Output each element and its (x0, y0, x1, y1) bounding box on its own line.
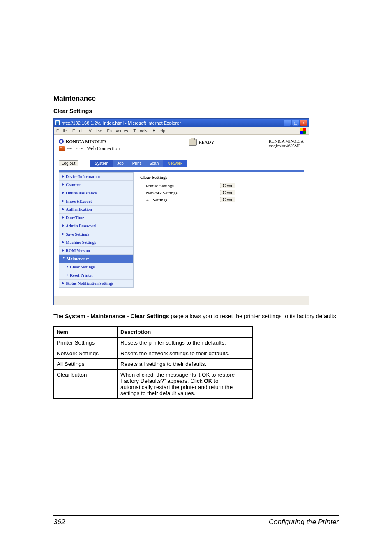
status-text: READY (199, 140, 214, 145)
description-paragraph: The System - Maintenance - Clear Setting… (53, 312, 339, 321)
sidebar-item-rom-version[interactable]: ROM Version (59, 246, 133, 254)
sidebar-item-online-assistance[interactable]: Online Assistance (59, 189, 133, 197)
table-cell-desc: Resets the network settings to their def… (118, 348, 253, 358)
sidebar-item-label: Machine Settings (66, 240, 96, 245)
menu-file[interactable]: File (56, 129, 67, 133)
sidebar-item-admin-password[interactable]: Admin Password (59, 222, 133, 230)
chevron-right-icon (67, 266, 68, 268)
chevron-right-icon (62, 249, 64, 252)
nav-tabs: System Job Print Scan Network (90, 160, 187, 167)
clear-button-printer[interactable]: Clear (220, 183, 235, 188)
brand-name: KONICA MINOLTA (66, 139, 106, 144)
tab-system[interactable]: System (90, 160, 113, 167)
sidebar-item-label: Date/Time (66, 215, 84, 220)
window-maximize-button[interactable]: ▢ (292, 120, 299, 126)
chevron-right-icon (62, 200, 64, 202)
chevron-right-icon (62, 241, 64, 243)
window-close-button[interactable]: X (300, 120, 307, 126)
chevron-right-icon (62, 183, 64, 186)
sidebar-item-counter[interactable]: Counter (59, 180, 133, 189)
sidebar-item-reset-printer[interactable]: Reset Printer (59, 271, 133, 279)
printer-status: READY (189, 139, 214, 146)
chevron-right-icon (62, 224, 64, 227)
table-row: All Settings Resets all settings to thei… (54, 358, 253, 369)
sidebar-item-authentication[interactable]: Authentication (59, 205, 133, 213)
table-cell-item: Network Settings (54, 348, 118, 358)
device-model: magicolor 4695MF (269, 143, 304, 148)
table-cell-desc: Resets all settings to their defaults. (118, 358, 253, 369)
chevron-right-icon (62, 282, 64, 284)
page-number: 362 (53, 518, 65, 526)
tab-scan[interactable]: Scan (145, 160, 163, 167)
menu-tools[interactable]: Tools (133, 129, 147, 133)
table-header-description: Description (118, 326, 253, 337)
clear-button-network[interactable]: Clear (220, 190, 235, 195)
sidebar-item-label: Device Information (66, 174, 100, 179)
clear-button-all[interactable]: Clear (220, 197, 235, 202)
sidebar-item-label: Maintenance (67, 257, 90, 261)
sidebar-item-label: Import/Export (66, 199, 92, 204)
menu-edit[interactable]: Edit (72, 129, 83, 133)
sidebar-item-maintenance[interactable]: Maintenance (59, 254, 133, 263)
content-row-all: All Settings Clear (146, 197, 300, 202)
sidebar-item-save-settings[interactable]: Save Settings (59, 230, 133, 238)
tab-network[interactable]: Network (163, 160, 187, 167)
brand-logo-icon (59, 139, 64, 144)
content-row-network: Network Settings Clear (146, 190, 300, 195)
table-cell-item: Printer Settings (54, 337, 118, 348)
table-cell-desc: Resets the printer settings to their def… (118, 337, 253, 348)
window-minimize-button[interactable]: _ (284, 120, 291, 126)
window-title: http://192.168.1.2/a_index.html - Micros… (62, 120, 181, 125)
heading-clear-settings: Clear Settings (53, 108, 339, 114)
app-line: PAGE SCOPE Web Connection (59, 146, 120, 152)
content-row-label: Network Settings (146, 190, 220, 195)
menu-favorites[interactable]: Favorites (107, 129, 128, 133)
window-titlebar: http://192.168.1.2/a_index.html - Micros… (54, 119, 309, 127)
screenshot-window: http://192.168.1.2/a_index.html - Micros… (53, 118, 309, 305)
pagescope-icon (59, 146, 65, 151)
tab-job[interactable]: Job (113, 160, 128, 167)
table-cell-desc: When clicked, the message “Is it OK to r… (118, 369, 253, 398)
sidebar-item-label: Status Notification Settings (66, 281, 113, 286)
desc-bold: OK (204, 378, 212, 384)
menu-help[interactable]: Help (152, 129, 165, 133)
table-header-row: Item Description (54, 326, 253, 337)
content-title: Clear Settings (140, 175, 300, 180)
logout-button[interactable]: Log out (59, 160, 78, 166)
sidebar-item-status-notification-settings[interactable]: Status Notification Settings (59, 279, 133, 287)
sidebar-item-import-export[interactable]: Import/Export (59, 197, 133, 205)
footer-title: Configuring the Printer (269, 518, 339, 526)
table-header-item: Item (54, 326, 118, 337)
printer-icon (189, 139, 197, 146)
desc-post: page allows you to reset the printer set… (169, 313, 338, 319)
chevron-right-icon (62, 208, 64, 210)
sidebar-item-label: Authentication (66, 207, 92, 212)
sidebar-item-clear-settings[interactable]: Clear Settings (59, 263, 133, 271)
table-row: Clear button When clicked, the message “… (54, 369, 253, 398)
sidebar-item-date-time[interactable]: Date/Time (59, 213, 133, 222)
desc-pre: The (53, 313, 65, 319)
chevron-right-icon (67, 274, 68, 276)
table-cell-item: Clear button (54, 369, 118, 398)
device-info: KONICA MINOLTA magicolor 4695MF (269, 139, 304, 148)
ie-icon (55, 120, 60, 125)
device-brand: KONICA MINOLTA (269, 139, 304, 143)
tab-print[interactable]: Print (128, 160, 145, 167)
page-footer: 362 Configuring the Printer (53, 515, 339, 526)
chevron-right-icon (62, 192, 64, 194)
sidebar-item-device-information[interactable]: Device Information (59, 173, 133, 180)
sidebar-item-label: Clear Settings (70, 265, 95, 269)
content-row-label: Printer Settings (146, 183, 220, 188)
sidebar-item-machine-settings[interactable]: Machine Settings (59, 238, 133, 246)
settings-description-table: Item Description Printer Settings Resets… (53, 326, 253, 399)
menu-view[interactable]: View (89, 129, 102, 133)
content-row-printer: Printer Settings Clear (146, 183, 300, 188)
table-cell-item: All Settings (54, 358, 118, 369)
chevron-right-icon (62, 233, 64, 235)
app-name: Web Connection (87, 146, 120, 152)
app-prefix: PAGE SCOPE (67, 147, 85, 150)
chevron-down-icon (62, 257, 65, 260)
content-panel: Clear Settings Printer Settings Clear Ne… (136, 172, 304, 264)
chevron-right-icon (62, 216, 64, 219)
brand-line: KONICA MINOLTA (59, 139, 120, 144)
